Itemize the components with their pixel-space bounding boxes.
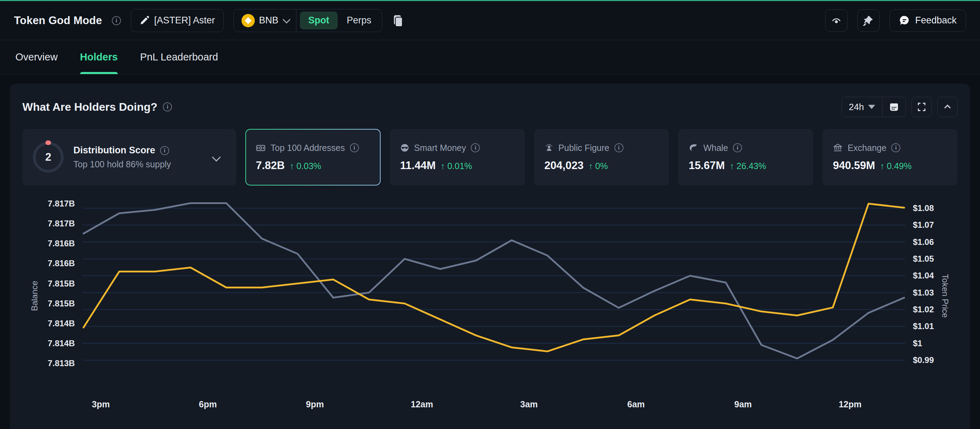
caret-down-icon [868,105,875,109]
time-tick-label: 6pm [199,399,217,410]
distribution-gauge: 2 [33,142,64,173]
calendar-button[interactable] [882,97,905,117]
feedback-label: Feedback [915,15,956,26]
pin-button[interactable] [858,10,880,32]
price-tick-label: $1.07 [913,220,934,230]
stat-card-label: Smart Money [414,143,466,153]
stat-card-label: Exchange [848,143,886,153]
chart-plot-area[interactable] [83,196,905,396]
stat-card-change: ↑ 26.43% [730,161,766,171]
expand-chevron-icon[interactable] [212,153,221,161]
stat-card-value: 7.82B [256,159,285,172]
stat-card-value: 11.44M [400,159,436,172]
calendar-icon [889,102,899,112]
whale-icon [689,143,698,153]
collapse-button[interactable] [937,97,958,117]
stat-card-value: 15.67M [689,159,724,172]
balance-tick-label: 7.814B [48,319,75,328]
stat-card-label: Public Figure [558,143,609,153]
stat-card-change: ↑ 0.49% [880,161,912,171]
balance-tick-label: 7.816B [48,238,75,248]
time-tick-label: 6am [627,399,645,410]
price-axis: Token Price $1.08$1.07$1.06$1.05$1.04$1.… [905,196,958,396]
time-tick-label: 3pm [92,399,110,410]
tab-overview[interactable]: Overview [15,40,58,74]
chain-name: BNB [259,15,278,26]
stat-info-icon[interactable]: i [733,143,742,152]
banknote-icon [256,143,266,153]
time-axis: 3pm6pm9pm12am3am6am9am12pm [83,399,905,419]
price-tick-label: $1.04 [913,271,934,281]
balance-tick-label: 7.817B [48,199,75,208]
eye-icon [831,15,842,26]
spot-toggle[interactable]: Spot [300,11,337,29]
fullscreen-icon [917,102,926,112]
panel-title: What Are Holders Doing? [22,101,157,114]
chain-market-group: BNB Spot Perps [234,9,382,32]
fullscreen-button[interactable] [912,97,932,117]
time-range-value: 24h [849,102,864,113]
market-toggle: Spot Perps [296,10,382,32]
distribution-title: Distribution Score [73,145,155,156]
series-balance [84,204,904,351]
stat-card-label: Whale [703,143,728,153]
balance-tick-label: 7.816B [48,259,75,268]
stat-card-change: ↑ 0% [589,161,608,171]
stat-info-icon[interactable]: i [350,143,359,152]
distribution-score-value: 2 [45,151,51,164]
stat-info-icon[interactable]: i [471,143,480,152]
stat-card-value: 940.59M [833,159,875,172]
tab-holders[interactable]: Holders [80,40,118,74]
balance-axis: Balance 7.817B7.817B7.816B7.816B7.815B7.… [22,196,83,396]
time-range-dropdown[interactable]: 24h [842,97,882,117]
tab-pnl-leaderboard[interactable]: PnL Leaderboard [140,40,218,74]
distribution-info-icon[interactable]: i [160,146,169,155]
smart-money-icon [400,143,409,152]
top-bar: Token God Mode i [ASTER] Aster BNB Spot … [0,1,980,40]
chain-selector[interactable]: BNB [234,10,296,32]
stat-info-icon[interactable]: i [891,143,900,152]
feedback-button[interactable]: Feedback [889,10,966,32]
holders-panel: What Are Holders Doing? i 24h [10,84,970,429]
stat-card-exchange[interactable]: Exchangei940.59M↑ 0.49% [822,129,958,186]
stat-card-change: ↑ 0.03% [290,161,321,171]
copy-icon[interactable] [392,15,402,27]
stat-card-smart-money[interactable]: Smart Moneyi11.44M↑ 0.01% [390,129,525,186]
stat-card-label: Top 100 Addresses [270,143,345,153]
time-tick-label: 12am [410,399,433,410]
stat-card-public-figure[interactable]: Public Figurei204,023↑ 0% [534,129,669,186]
stat-cards-row: 2 Distribution Score i Top 100 hold 86% … [22,129,958,186]
stat-card-top-100-addresses[interactable]: Top 100 Addressesi7.82B↑ 0.03% [245,129,380,186]
pencil-icon [140,16,149,25]
distribution-score-card[interactable]: 2 Distribution Score i Top 100 hold 86% … [22,129,236,186]
price-tick-label: $1.02 [913,305,934,315]
time-tick-label: 9pm [306,399,324,410]
price-tick-label: $1.08 [913,203,934,213]
gauge-marker-dot [45,140,51,145]
token-selector[interactable]: [ASTER] Aster [131,9,224,32]
bnb-coin-icon [242,14,255,27]
balance-tick-label: 7.814B [48,338,75,348]
time-tick-label: 12pm [839,399,862,410]
time-tick-label: 9am [734,399,752,410]
perps-toggle[interactable]: Perps [340,11,379,29]
distribution-subtitle: Top 100 hold 86% supply [73,159,204,170]
info-icon[interactable]: i [112,16,121,25]
token-name: [ASTER] Aster [154,15,215,26]
balance-tick-label: 7.817B [48,219,75,229]
stat-card-change: ↑ 0.01% [441,161,472,171]
main-tabs: OverviewHoldersPnL Leaderboard [0,40,980,75]
stat-card-whale[interactable]: Whalei15.67M↑ 26.43% [678,129,813,186]
app-title: Token God Mode [14,14,102,27]
balance-tick-label: 7.815B [48,279,75,289]
chat-bubble-icon [899,15,910,26]
time-range-control: 24h [842,97,906,117]
stat-card-value: 204,023 [544,159,584,172]
balance-axis-title: Balance [30,281,40,311]
watchlist-button[interactable] [825,10,848,32]
price-axis-title: Token Price [940,274,950,318]
price-tick-label: $0.99 [913,355,934,365]
chevron-up-icon [943,102,952,112]
panel-info-icon[interactable]: i [163,102,172,111]
stat-info-icon[interactable]: i [614,143,624,152]
